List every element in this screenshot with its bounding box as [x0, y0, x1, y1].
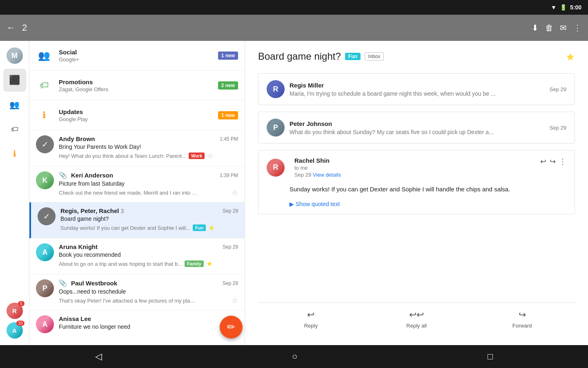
category-social-text: Social Google+	[59, 49, 218, 63]
more-button[interactable]: ⋮	[573, 23, 581, 33]
peter-avatar-letter: P	[273, 123, 278, 132]
email-row-board[interactable]: ✓ Regis, Peter, Rachel 3 Sep 29 Board ga…	[29, 202, 245, 238]
back-nav-button[interactable]: ◁	[95, 351, 102, 362]
message-rachel: R Rachel Shin to me Sep 29 View details	[258, 150, 575, 214]
email-row-aruna[interactable]: A Aruna Knight Sep 29 Book you recommend…	[29, 238, 245, 274]
recents-nav-button[interactable]: □	[488, 351, 493, 362]
people-icon: 👥	[9, 100, 20, 110]
andy-preview: Hey! What do you think about a Team Lunc…	[59, 153, 186, 159]
email-row-keri[interactable]: K 📎 Keri Anderson 1:39 PM Picture from l…	[29, 166, 245, 202]
aruna-preview: About to go on a trip and was hoping to …	[59, 261, 182, 267]
board-preview: Sunday works! If you can get Dexter and …	[60, 225, 190, 231]
more-icon[interactable]: ⋮	[559, 157, 566, 166]
sidebar-item-people[interactable]: 👥	[3, 93, 26, 116]
board-star[interactable]: ★	[208, 223, 215, 232]
forward-label: Forward	[512, 323, 532, 329]
account-1[interactable]: R 5	[7, 303, 23, 319]
rachel-sender-info: R Rachel Shin to me Sep 29 View details	[267, 157, 341, 178]
delete-button[interactable]: 🗑	[545, 23, 553, 33]
social-icon: 👥	[38, 50, 50, 61]
home-nav-button[interactable]: ○	[292, 351, 297, 362]
email-row-andy[interactable]: ✓ Andy Brown 1:45 PM Bring Your Parents …	[29, 130, 245, 166]
peter-msg-avatar: P	[267, 119, 285, 137]
anissa-avatar: A	[36, 315, 54, 333]
category-promotions-text: Promotions Zagat, Google Offers	[59, 79, 218, 92]
forward-icon[interactable]: ↪	[550, 157, 556, 166]
family-tag: Family	[185, 260, 204, 267]
account-2[interactable]: A 10	[7, 322, 23, 339]
chevron-right-icon: ▶	[290, 201, 294, 207]
promotions-sub: Zagat, Google Offers	[59, 86, 218, 92]
andy-sender: Andy Brown	[59, 135, 95, 142]
inbox-tag-detail: Inbox	[365, 52, 384, 61]
battery-icon: 🔋	[560, 4, 567, 11]
sidebar-user-avatar[interactable]: M	[3, 44, 26, 67]
label-icon: 🏷	[11, 125, 18, 134]
reply-all-icon: ↩↩	[409, 310, 424, 320]
aruna-star[interactable]: ★	[206, 259, 213, 268]
fun-tag-detail: Fun	[345, 53, 361, 60]
sidebar-item-labels[interactable]: 🏷	[3, 118, 26, 141]
reply-icon[interactable]: ↩	[540, 157, 546, 166]
message-regis[interactable]: R Regis Miller Maria, I'm trying to sche…	[258, 73, 575, 105]
info-icon: ℹ	[13, 149, 16, 159]
check-icon-board: ✓	[43, 211, 50, 221]
aruna-sender: Aruna Knight	[59, 243, 98, 250]
reply-icon-btn: ↩	[307, 310, 314, 320]
compose-icon: ✏	[227, 321, 235, 333]
show-quoted-text[interactable]: ▶ Show quoted text	[290, 201, 566, 207]
status-icons: ▼ 🔋 5:00	[551, 4, 581, 11]
social-sub: Google+	[59, 56, 218, 63]
aruna-content: Aruna Knight Sep 29 Book you recommended…	[59, 243, 238, 268]
paul-preview: That's okay Peter! I've attached a few p…	[59, 298, 198, 304]
reply-button[interactable]: ↩ Reply	[294, 310, 327, 329]
paul-time: Sep 29	[223, 280, 238, 286]
category-updates[interactable]: ℹ Updates Google Play 1 new	[29, 101, 245, 130]
mail-button[interactable]: ✉	[560, 23, 567, 33]
selected-count: 2	[22, 22, 27, 33]
detail-star[interactable]: ★	[566, 51, 575, 63]
attachment-icon-keri: 📎	[59, 171, 67, 179]
reply-all-button[interactable]: ↩↩ Reply all	[400, 310, 433, 329]
email-list: 👥 Social Google+ 1 new 🏷 Promotions Zaga…	[29, 41, 245, 345]
fun-tag-list: Fun	[193, 224, 206, 231]
detail-header: Board game night? Fun Inbox ★	[258, 51, 575, 63]
updates-label: Updates	[59, 108, 218, 115]
keri-star[interactable]: ☆	[232, 188, 238, 197]
email-row-paul[interactable]: P 📎 Paul Westbrook Sep 29 Oops...need to…	[29, 274, 245, 310]
view-details-link[interactable]: View details	[313, 172, 341, 178]
regis-msg-avatar: R	[267, 80, 285, 98]
peter-sender-info: P Peter Johnson What do you think about …	[267, 119, 494, 137]
message-peter[interactable]: P Peter Johnson What do you think about …	[258, 112, 575, 144]
category-updates-text: Updates Google Play	[59, 108, 218, 122]
paul-star[interactable]: ☆	[232, 296, 238, 305]
peter-msg-sender: Peter Johnson	[290, 120, 494, 127]
andy-subject: Bring Your Parents to Work Day!	[59, 144, 238, 150]
andy-time: 1:45 PM	[220, 136, 238, 142]
andy-star[interactable]: ☆	[207, 151, 214, 160]
board-content: Regis, Peter, Rachel 3 Sep 29 Board game…	[60, 207, 238, 232]
toolbar: ← 2 ⬇ 🗑 ✉ ⋮	[0, 15, 588, 41]
compose-fab[interactable]: ✏	[220, 316, 243, 339]
work-tag: Work	[189, 153, 205, 159]
back-button[interactable]: ←	[7, 22, 16, 33]
email-row-anissa[interactable]: A Anissa Lee Furniture we no longer need	[29, 310, 245, 345]
board-subject: Board game night?	[60, 215, 238, 222]
updates-icon: ℹ	[42, 110, 46, 121]
sidebar-item-inbox[interactable]: ⬛	[3, 69, 26, 92]
sidebar-item-info[interactable]: ℹ	[3, 142, 26, 165]
keri-sender: Keri Anderson	[71, 172, 113, 179]
rachel-actions: ↩ ↪ ⋮	[540, 157, 566, 166]
reply-label: Reply	[304, 323, 318, 329]
regis-msg-sender: Regis Miller	[290, 82, 496, 89]
rachel-msg-avatar: R	[267, 159, 285, 177]
rachel-date-details: Sep 29 View details	[294, 172, 341, 178]
archive-button[interactable]: ⬇	[532, 23, 539, 33]
category-promotions[interactable]: 🏷 Promotions Zagat, Google Offers 2 new	[29, 71, 245, 101]
keri-subject: Picture from last Saturday	[59, 180, 238, 187]
forward-button[interactable]: ↪ Forward	[506, 310, 539, 329]
reply-bar: ↩ Reply ↩↩ Reply all ↪ Forward	[258, 303, 575, 335]
board-avatar: ✓	[38, 207, 56, 225]
category-social[interactable]: 👥 Social Google+ 1 new	[29, 41, 245, 71]
promotions-badge: 2 new	[218, 81, 238, 90]
